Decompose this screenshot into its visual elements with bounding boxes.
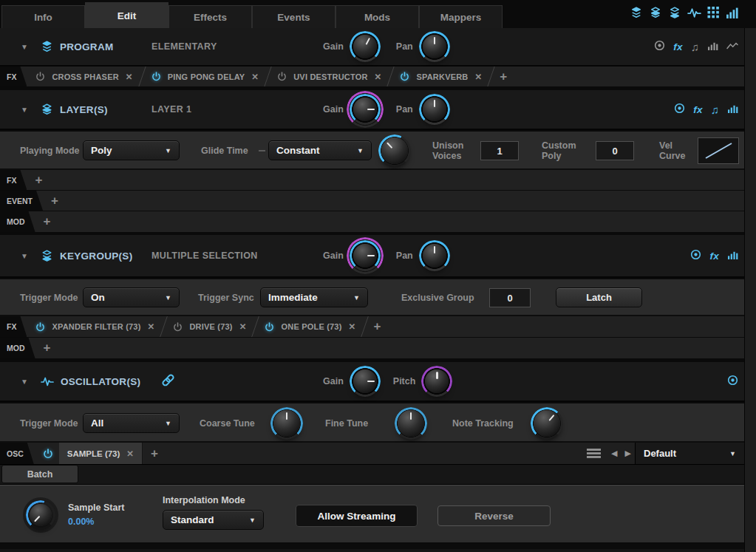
custom-poly-field[interactable]: 0 bbox=[596, 141, 634, 160]
tab-mappers[interactable]: Mappers bbox=[419, 5, 503, 28]
power-icon[interactable] bbox=[34, 443, 59, 464]
record-arm-icon[interactable] bbox=[690, 249, 701, 263]
power-icon[interactable] bbox=[173, 322, 183, 332]
fx-view-icon[interactable]: fx bbox=[709, 251, 719, 262]
trigger-sync-dropdown[interactable]: Immediate▼ bbox=[260, 287, 368, 307]
oscillator-wave-icon[interactable] bbox=[687, 7, 701, 18]
sample-start-value[interactable]: 0.00% bbox=[68, 517, 94, 527]
keygroup-pan-knob[interactable] bbox=[423, 244, 446, 268]
playing-mode-dropdown[interactable]: Poly▼ bbox=[83, 140, 180, 160]
keygroup-layers-icon[interactable] bbox=[668, 7, 681, 19]
layer-pan-knob[interactable] bbox=[423, 98, 446, 121]
layer-collapse-caret[interactable]: ▼ bbox=[21, 106, 28, 114]
levels-icon[interactable] bbox=[707, 40, 718, 53]
fx-view-icon[interactable]: fx bbox=[673, 41, 683, 52]
power-icon[interactable] bbox=[277, 72, 287, 81]
curve-graph-icon[interactable] bbox=[726, 40, 738, 53]
record-arm-icon[interactable] bbox=[654, 40, 665, 54]
glide-time-dropdown[interactable]: Constant▼ bbox=[268, 140, 372, 160]
tab-effects[interactable]: Effects bbox=[168, 5, 252, 28]
record-arm-icon[interactable] bbox=[727, 375, 738, 389]
layer-gain-knob[interactable] bbox=[353, 98, 377, 121]
tab-info[interactable]: Info bbox=[1, 5, 85, 28]
close-icon[interactable]: ✕ bbox=[475, 72, 483, 82]
preset-dropdown[interactable]: Default ▼ bbox=[635, 443, 744, 464]
layer-layers-icon[interactable] bbox=[649, 7, 662, 19]
layer-name[interactable]: LAYER 1 bbox=[151, 104, 191, 115]
power-icon[interactable] bbox=[265, 322, 274, 332]
vel-curve-editor[interactable] bbox=[698, 137, 739, 164]
exclusive-group-field[interactable]: 0 bbox=[489, 288, 531, 307]
oscillator-collapse-caret[interactable]: ▼ bbox=[21, 378, 28, 386]
close-icon[interactable]: ✕ bbox=[349, 321, 356, 332]
tab-edit[interactable]: Edit bbox=[85, 2, 168, 28]
program-header: ▼ PROGRAM ELEMENTARY Gain Pan fx ♫ bbox=[0, 28, 744, 67]
close-icon[interactable]: ✕ bbox=[148, 321, 155, 332]
link-icon[interactable] bbox=[161, 373, 175, 389]
midi-note-icon[interactable]: ♫ bbox=[711, 104, 719, 115]
close-icon[interactable]: ✕ bbox=[251, 72, 259, 82]
add-mod-button[interactable]: + bbox=[35, 211, 59, 232]
add-event-button[interactable]: + bbox=[43, 191, 67, 211]
program-layers-icon[interactable] bbox=[630, 7, 643, 19]
add-fx-button[interactable]: + bbox=[27, 170, 50, 190]
allow-streaming-button[interactable]: Allow Streaming bbox=[296, 505, 418, 527]
add-fx-button[interactable]: + bbox=[365, 316, 389, 337]
interpolation-mode-dropdown[interactable]: Standard▼ bbox=[163, 510, 264, 530]
grid-icon[interactable] bbox=[707, 7, 720, 18]
fx-view-icon[interactable]: fx bbox=[693, 104, 703, 115]
power-icon[interactable] bbox=[400, 72, 409, 81]
osc-trigger-mode-dropdown[interactable]: All▼ bbox=[83, 413, 180, 433]
add-fx-button[interactable]: + bbox=[491, 67, 515, 86]
latch-button[interactable]: Latch bbox=[556, 287, 642, 307]
close-icon[interactable]: ✕ bbox=[239, 321, 247, 332]
tab-mods[interactable]: Mods bbox=[336, 5, 419, 28]
menu-icon[interactable] bbox=[587, 449, 601, 458]
tab-events[interactable]: Events bbox=[252, 5, 336, 28]
close-icon[interactable]: ✕ bbox=[375, 72, 382, 82]
next-arrow-icon[interactable]: ▶ bbox=[625, 449, 631, 458]
program-name[interactable]: ELEMENTARY bbox=[151, 41, 217, 52]
power-icon[interactable] bbox=[35, 72, 45, 81]
fx-slot-uvi-destructor[interactable]: UVI DESTRUCTOR ✕ bbox=[268, 67, 390, 86]
interpolation-mode-label: Interpolation Mode bbox=[163, 495, 245, 505]
sample-start-knob[interactable] bbox=[30, 504, 52, 526]
power-icon[interactable] bbox=[35, 322, 45, 332]
keygroup-gain-knob[interactable] bbox=[353, 244, 377, 268]
prev-arrow-icon[interactable]: ◀ bbox=[611, 449, 617, 458]
trigger-mode-dropdown[interactable]: On▼ bbox=[83, 287, 180, 307]
program-collapse-caret[interactable]: ▼ bbox=[21, 43, 28, 51]
fx-slot-one-pole[interactable]: ONE POLE (73) ✕ bbox=[256, 316, 364, 337]
sample-tab[interactable]: SAMPLE (73) ✕ bbox=[59, 443, 143, 464]
oscillator-gain-knob[interactable] bbox=[353, 369, 377, 393]
add-mod-button[interactable]: + bbox=[35, 338, 59, 358]
coarse-tune-knob[interactable] bbox=[273, 410, 300, 437]
midi-note-icon[interactable]: ♫ bbox=[691, 41, 699, 52]
levels-icon[interactable] bbox=[727, 103, 738, 116]
fx-slot-sparkverb[interactable]: SPARKVERB ✕ bbox=[391, 67, 491, 86]
unison-voices-field[interactable]: 1 bbox=[480, 141, 519, 160]
program-gain-knob[interactable] bbox=[353, 35, 377, 58]
oscillator-pitch-knob[interactable] bbox=[425, 369, 449, 393]
fx-slot-ping-pong-delay[interactable]: PING PONG DELAY ✕ bbox=[143, 67, 268, 86]
power-icon[interactable] bbox=[151, 72, 161, 81]
close-icon[interactable]: ✕ bbox=[126, 72, 133, 82]
levels-icon[interactable] bbox=[727, 249, 738, 262]
fx-slot-cross-phaser[interactable]: CROSS PHASER ✕ bbox=[27, 67, 141, 86]
program-pan-knob[interactable] bbox=[423, 35, 446, 58]
fine-tune-knob[interactable] bbox=[398, 410, 424, 437]
levels-bars-icon[interactable] bbox=[726, 7, 738, 18]
tab-batch[interactable]: Batch bbox=[1, 465, 78, 483]
add-osc-button[interactable]: + bbox=[143, 443, 166, 464]
reverse-button[interactable]: Reverse bbox=[437, 505, 551, 526]
fx-slot-xpander-filter[interactable]: XPANDER FILTER (73) ✕ bbox=[27, 316, 163, 337]
keygroup-collapse-caret[interactable]: ▼ bbox=[21, 252, 28, 260]
close-icon[interactable]: ✕ bbox=[126, 449, 134, 459]
record-arm-icon[interactable] bbox=[674, 103, 685, 117]
view-filter-icons bbox=[630, 0, 738, 25]
fx-slot-drive[interactable]: DRIVE (73) ✕ bbox=[164, 316, 255, 337]
keygroup-name[interactable]: MULTIPLE SELECTION bbox=[151, 251, 258, 261]
note-tracking-knob[interactable] bbox=[534, 410, 560, 437]
osc-trigger-mode-label: Trigger Mode bbox=[20, 418, 78, 429]
glide-time-knob[interactable] bbox=[381, 137, 408, 164]
